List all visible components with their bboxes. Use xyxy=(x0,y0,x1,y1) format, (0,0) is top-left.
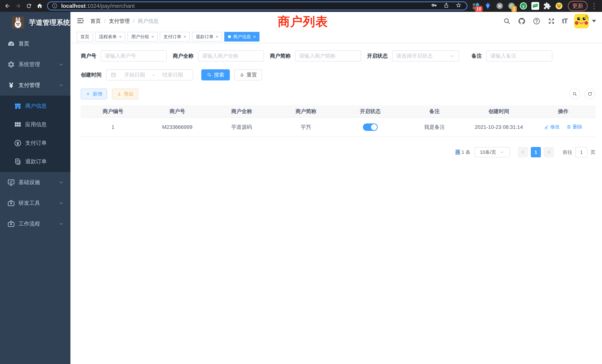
chrome-update-button[interactable]: 更新 xyxy=(568,1,588,11)
extension-kite-icon[interactable] xyxy=(483,1,492,10)
close-icon[interactable]: × xyxy=(183,34,186,39)
end-date-placeholder[interactable]: 结束日期 xyxy=(156,71,190,78)
extensions-puzzle-icon[interactable] xyxy=(543,1,552,10)
edit-link[interactable]: 修改 xyxy=(544,124,560,130)
cell-merchant-id: 1 xyxy=(81,118,145,137)
extension-badge: 1 xyxy=(511,6,517,12)
sidebar-item-payment[interactable]: ¥ 支付管理 xyxy=(0,75,70,96)
cell-actions: 修改 删除 xyxy=(531,118,595,137)
avatar-caret-icon[interactable] xyxy=(592,20,596,22)
sidebar-item-app-info[interactable]: 应用信息 xyxy=(0,115,70,134)
github-icon[interactable] xyxy=(517,17,526,25)
sidebar-item-pay-order[interactable]: 支付订单 xyxy=(0,134,70,152)
col-merchant-no: 商户号 xyxy=(145,105,209,118)
sidebar-item-label: 研发工具 xyxy=(19,199,40,207)
status-toggle-on[interactable] xyxy=(363,123,378,131)
browser-back-button[interactable] xyxy=(3,2,11,10)
close-icon[interactable]: × xyxy=(119,34,122,39)
font-size-icon[interactable]: tT xyxy=(562,17,568,25)
current-page-button[interactable]: 1 xyxy=(531,147,541,157)
sidebar-collapse-icon[interactable] xyxy=(76,17,85,25)
yen-circle-icon xyxy=(13,139,22,148)
tab-pay-order[interactable]: 支付订单× xyxy=(160,32,190,42)
sidebar-item-system[interactable]: 系统管理 xyxy=(0,54,70,75)
delete-link[interactable]: 删除 xyxy=(566,124,582,130)
page-annotation-title: 商户列表 xyxy=(278,13,328,30)
short-name-input[interactable] xyxy=(295,50,361,62)
sidebar-item-merchant-info[interactable]: 商户信息 xyxy=(0,97,70,115)
chevron-down-icon xyxy=(59,62,64,67)
extension-recorder-icon[interactable]: 1 xyxy=(507,1,516,10)
full-name-input[interactable] xyxy=(198,50,264,62)
share-icon[interactable] xyxy=(443,2,451,10)
address-bar[interactable]: localhost:1024/pay/merchant xyxy=(47,1,467,10)
password-key-icon[interactable] xyxy=(431,2,439,10)
toggle-search-button[interactable] xyxy=(569,89,580,99)
profile-emoji-avatar[interactable] xyxy=(555,1,563,10)
tab-user-group[interactable]: 用户分组× xyxy=(128,32,158,42)
close-icon[interactable]: × xyxy=(216,34,218,39)
grid-icon xyxy=(13,120,22,129)
add-button[interactable]: 新增 xyxy=(81,89,107,99)
status-select[interactable]: 请选择开启状态 xyxy=(392,50,459,62)
start-date-placeholder[interactable]: 开始日期 xyxy=(118,71,152,78)
search-button[interactable]: 搜索 xyxy=(201,69,230,80)
goto-label: 前往 xyxy=(563,149,572,156)
gear-icon xyxy=(7,60,16,69)
close-icon[interactable]: × xyxy=(151,34,154,39)
tab-merchant-info[interactable]: 商户信息× xyxy=(224,32,259,42)
bookmark-star-icon[interactable] xyxy=(456,2,463,10)
sidebar-item-refund-order[interactable]: 退款订单 xyxy=(0,152,70,171)
help-icon[interactable] xyxy=(532,17,541,25)
create-time-range-picker[interactable]: 开始日期 - 结束日期 xyxy=(106,69,193,80)
url-text: localhost:1024/pay/merchant xyxy=(61,3,135,9)
svg-text:⌘: ⌘ xyxy=(498,4,502,9)
browser-forward-button[interactable] xyxy=(14,2,22,10)
remark-input[interactable] xyxy=(486,50,552,62)
fullscreen-icon[interactable] xyxy=(547,17,556,25)
extension-tasks-icon[interactable]: 10 xyxy=(472,1,480,10)
sidebar-item-dev-tools[interactable]: 研发工具 xyxy=(0,193,70,214)
breadcrumb-home[interactable]: 首页 xyxy=(90,18,101,25)
toolbox-icon xyxy=(7,199,16,208)
browser-reload-button[interactable] xyxy=(25,2,33,10)
sidebar-item-label: 支付订单 xyxy=(25,139,47,147)
extension-command-icon[interactable]: ⌘ xyxy=(495,1,504,10)
tab-process-form[interactable]: 流程表单× xyxy=(95,32,125,42)
next-page-button[interactable] xyxy=(544,147,554,157)
app-logo[interactable]: 芋道管理系统 xyxy=(0,12,70,33)
user-avatar[interactable] xyxy=(574,14,589,28)
site-info-icon[interactable] xyxy=(52,3,58,9)
active-dot xyxy=(228,35,231,38)
merchant-no-input[interactable] xyxy=(101,50,167,62)
reset-button[interactable]: 重置 xyxy=(234,69,262,80)
browser-menu-kebab-icon[interactable]: ⋮ xyxy=(591,2,598,10)
prev-page-button[interactable] xyxy=(518,147,528,157)
merchant-no-label: 商户号 xyxy=(81,53,96,60)
export-button[interactable]: 导出 xyxy=(112,89,138,99)
sidebar-item-label: 商户信息 xyxy=(25,102,47,110)
col-merchant-id: 商户编号 xyxy=(81,105,145,118)
sidebar-item-infra[interactable]: 基础设施 xyxy=(0,172,70,193)
close-icon[interactable]: × xyxy=(253,34,256,39)
cell-merchant-no: M233666999 xyxy=(145,118,209,137)
remark-label: 备注 xyxy=(472,53,482,60)
extension-y-icon[interactable]: y xyxy=(519,1,528,10)
goto-page-input[interactable] xyxy=(575,147,588,157)
main-area: 商户列表 首页 / 支付管理 / 商户信息 tT xyxy=(70,12,602,364)
short-name-label: 商户简称 xyxy=(270,53,291,60)
tab-refund-order[interactable]: 退款订单× xyxy=(192,32,222,42)
sidebar-item-home[interactable]: 首页 xyxy=(0,33,70,54)
sidebar-item-label: 系统管理 xyxy=(19,61,40,68)
page-size-select[interactable]: 10条/页 xyxy=(474,147,510,157)
breadcrumb-payment[interactable]: 支付管理 xyxy=(109,18,130,25)
browser-home-button[interactable] xyxy=(36,2,44,10)
search-icon[interactable] xyxy=(503,17,511,25)
sidebar-item-workflow[interactable]: 工作流程 xyxy=(0,214,70,234)
tab-home[interactable]: 首页 xyxy=(77,32,93,42)
sidebar-item-label: 基础设施 xyxy=(19,179,40,186)
cell-create-time: 2021-10-23 08:31:14 xyxy=(467,118,531,137)
extension-chat-icon[interactable] xyxy=(531,1,540,10)
refresh-button[interactable] xyxy=(585,89,595,99)
chevron-up-icon xyxy=(59,83,64,88)
